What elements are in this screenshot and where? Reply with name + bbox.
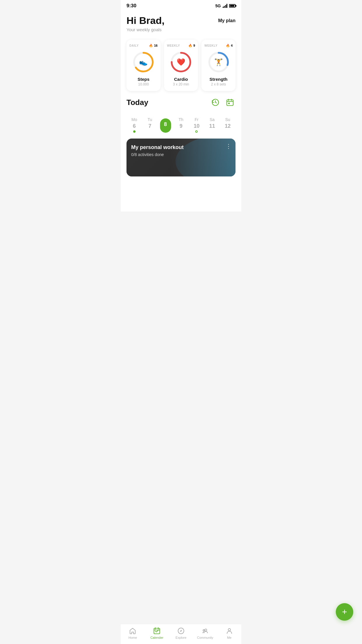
goal-freq-2: WEEKLY: [204, 44, 217, 47]
goal-streak-2: 🔥 4: [226, 44, 233, 48]
workout-card[interactable]: My personal workout 0/8 activities done …: [126, 139, 236, 176]
day-dot-filled: [164, 127, 167, 130]
day-label-1: Tu: [147, 117, 152, 122]
day-label-4: Fr: [195, 117, 198, 122]
day-label-0: Mo: [131, 117, 137, 122]
goal-ring-0: 👟: [132, 50, 155, 74]
greeting-sub: Your weekly goals: [126, 27, 164, 32]
workout-info: My personal workout 0/8 activities done: [126, 139, 188, 163]
signal-icon: [223, 4, 228, 8]
day-item-su[interactable]: Su 12: [220, 117, 236, 133]
greeting-title: Hi Brad,: [126, 15, 164, 26]
day-dot-none: [211, 130, 213, 133]
day-num-5: 11: [209, 123, 215, 129]
goal-name-0: Steps: [138, 77, 150, 82]
day-active-pill: 8: [160, 118, 171, 133]
goal-detail-2: 2 x 8 sets: [211, 82, 226, 86]
today-icons: [210, 97, 236, 108]
day-item-th[interactable]: Th 9: [173, 117, 189, 133]
main-content: Hi Brad, Your weekly goals My plan DAILY…: [121, 10, 241, 211]
day-item-sa[interactable]: Sa 11: [204, 117, 220, 133]
header-section: Hi Brad, Your weekly goals My plan: [126, 10, 236, 35]
workout-title: My personal workout: [131, 144, 184, 150]
svg-rect-7: [227, 100, 233, 106]
goal-detail-1: 3 x 20 min: [173, 82, 189, 86]
workout-menu-icon[interactable]: ⋮: [226, 143, 231, 150]
day-dot-none: [226, 130, 229, 133]
battery-icon: [229, 4, 236, 8]
status-bar: 9:30 5G: [121, 0, 241, 10]
day-label-6: Su: [225, 117, 230, 122]
day-dot-none: [180, 130, 182, 133]
day-item-mo[interactable]: Mo 6: [126, 117, 142, 133]
day-num-3: 9: [180, 123, 182, 129]
goal-name-1: Cardio: [174, 77, 188, 82]
goal-freq-1: WEEKLY: [167, 44, 180, 47]
day-num-0: 6: [133, 123, 136, 129]
history-icon: [211, 98, 219, 106]
day-label-2: We: [162, 113, 168, 117]
day-item-fr[interactable]: Fr 10: [189, 117, 204, 133]
day-label-5: Sa: [210, 117, 215, 122]
goal-card-strength[interactable]: WEEKLY 🔥 4 🏋️ Strength 2 x 8 sets: [201, 40, 236, 91]
goal-header-0: DAILY 🔥 16: [129, 44, 158, 48]
goal-header-2: WEEKLY 🔥 4: [204, 44, 233, 48]
goal-ring-1: ❤️: [169, 50, 193, 74]
goal-header-1: WEEKLY 🔥 9: [167, 44, 195, 48]
goal-streak-1: 🔥 9: [188, 44, 195, 48]
goals-row: DAILY 🔥 16 👟 Steps 10.000 WEEKLY 🔥 9 ❤️ …: [126, 40, 236, 91]
network-label: 5G: [215, 4, 221, 8]
goal-ring-2: 🏋️: [207, 50, 230, 74]
week-row: Mo 6 Tu 7 We 8 Th 9 Fr 10 Sa 11 Su: [126, 113, 236, 133]
history-button[interactable]: [210, 97, 221, 108]
day-dot-filled: [133, 130, 136, 133]
day-item-tu[interactable]: Tu 7: [142, 117, 157, 133]
workout-progress: 0/8 activities done: [131, 152, 184, 157]
goal-icon-2: 🏋️: [214, 58, 223, 66]
goal-card-steps[interactable]: DAILY 🔥 16 👟 Steps 10.000: [126, 40, 161, 91]
goal-card-cardio[interactable]: WEEKLY 🔥 9 ❤️ Cardio 3 x 20 min: [164, 40, 198, 91]
goal-streak-0: 🔥 16: [149, 44, 157, 48]
goal-icon-0: 👟: [139, 58, 148, 66]
status-time: 9:30: [126, 3, 136, 9]
day-num-4: 10: [194, 123, 199, 129]
day-num-1: 7: [148, 123, 151, 129]
status-icons: 5G: [215, 4, 236, 8]
svg-rect-11: [228, 103, 230, 104]
goal-icon-1: ❤️: [177, 58, 185, 66]
day-item-we[interactable]: We 8: [158, 113, 173, 133]
today-section-header: Today: [126, 97, 236, 108]
day-label-3: Th: [179, 117, 183, 122]
calendar-button[interactable]: [224, 97, 236, 108]
goal-detail-0: 10.000: [138, 82, 149, 86]
my-plan-button[interactable]: My plan: [218, 15, 236, 23]
calendar-icon: [226, 98, 234, 106]
day-num-2: 8: [164, 121, 167, 127]
day-num-6: 12: [225, 123, 231, 129]
goal-name-2: Strength: [210, 77, 228, 82]
greeting-block: Hi Brad, Your weekly goals: [126, 15, 164, 32]
day-dot-none: [149, 130, 151, 133]
today-title: Today: [126, 98, 148, 107]
goal-freq-0: DAILY: [129, 44, 139, 47]
day-dot-empty: [195, 130, 198, 133]
